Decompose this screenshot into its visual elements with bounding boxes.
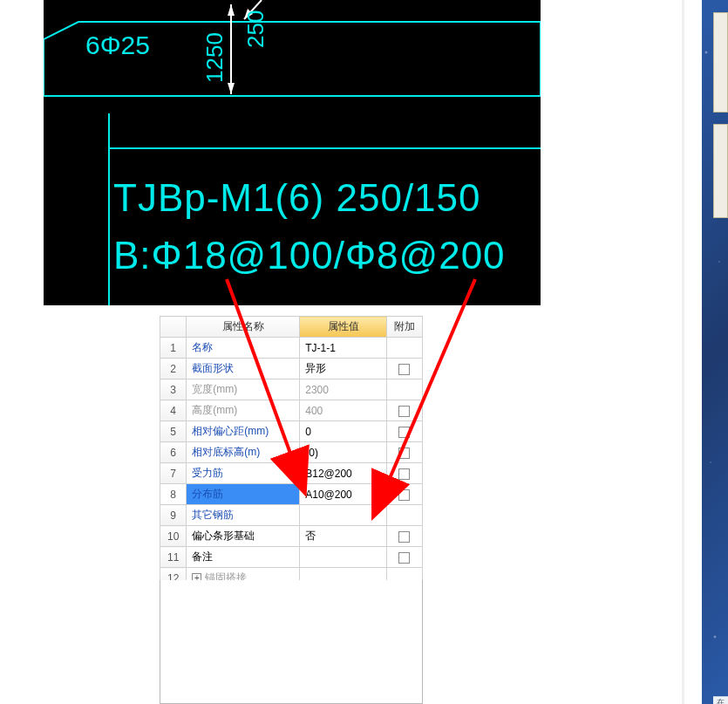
- property-value-cell[interactable]: [300, 547, 387, 568]
- row-number: 8: [160, 484, 187, 505]
- row-number: 11: [160, 547, 187, 568]
- cad-callout-line1: TJBp-M1(6) 250/150: [113, 176, 481, 219]
- table-row[interactable]: 6相对底标高(m) (0): [160, 442, 423, 463]
- property-add-cell[interactable]: [386, 526, 422, 547]
- property-value-cell[interactable]: A10@200: [300, 484, 387, 505]
- property-name-cell[interactable]: 受力筋: [187, 463, 300, 484]
- vertical-divider: [682, 0, 684, 704]
- sidebar-thumb-1[interactable]: [713, 12, 728, 113]
- row-number: 7: [160, 463, 187, 484]
- property-value-cell[interactable]: (0): [300, 442, 387, 463]
- property-name-cell[interactable]: 备注: [187, 547, 300, 568]
- sidebar-bottom-label: 在: [713, 696, 728, 704]
- checkbox[interactable]: [398, 406, 410, 417]
- row-number: 9: [160, 505, 187, 526]
- row-number: 10: [160, 526, 187, 547]
- property-table[interactable]: 属性名称 属性值 附加 1名称TJ-1-12截面形状异形3宽度(mm)23004…: [160, 316, 423, 589]
- property-value-cell[interactable]: [300, 505, 387, 526]
- table-row[interactable]: 8分布筋A10@200: [160, 484, 423, 505]
- property-name: 相对偏心距(mm): [192, 425, 269, 437]
- property-name: 宽度(mm): [192, 383, 237, 395]
- cad-svg: 6Φ25 1250 250 TJBp-M1(6) 250/150 B:Φ18@1…: [44, 0, 541, 305]
- property-add-cell[interactable]: [386, 400, 422, 421]
- property-name: 高度(mm): [192, 404, 237, 416]
- table-row[interactable]: 4高度(mm)400: [160, 400, 423, 421]
- property-name-cell[interactable]: 相对底标高(m): [187, 442, 300, 463]
- property-name: 截面形状: [192, 362, 234, 374]
- header-value: 属性值: [300, 317, 387, 338]
- property-name-cell[interactable]: 宽度(mm): [187, 379, 300, 400]
- cad-dim-1250: 1250: [201, 32, 228, 83]
- property-name-cell[interactable]: 偏心条形基础: [187, 526, 300, 547]
- property-add-cell[interactable]: [386, 442, 422, 463]
- row-number: 6: [160, 442, 187, 463]
- table-row[interactable]: 7受力筋B12@200: [160, 463, 423, 484]
- property-value-cell[interactable]: 400: [300, 400, 387, 421]
- table-row[interactable]: 5相对偏心距(mm)0: [160, 421, 423, 442]
- property-value-cell[interactable]: 2300: [300, 379, 387, 400]
- row-number: 3: [160, 379, 187, 400]
- table-row[interactable]: 2截面形状异形: [160, 359, 423, 379]
- row-number: 5: [160, 421, 187, 442]
- svg-marker-4: [228, 83, 235, 94]
- property-name-cell[interactable]: 相对偏心距(mm): [187, 421, 300, 442]
- property-value-cell[interactable]: TJ-1-1: [300, 338, 387, 359]
- property-name-cell[interactable]: 截面形状: [187, 359, 300, 379]
- property-value-cell[interactable]: 0: [300, 421, 387, 442]
- property-name: 偏心条形基础: [192, 530, 255, 542]
- property-name: 分布筋: [192, 488, 223, 500]
- checkbox[interactable]: [398, 448, 410, 459]
- property-name: 其它钢筋: [192, 509, 234, 521]
- cad-callout-line2: B:Φ18@100/Φ8@200: [113, 234, 506, 277]
- checkbox[interactable]: [398, 489, 410, 501]
- sidebar-thumb-2[interactable]: [713, 124, 728, 218]
- checkbox[interactable]: [398, 427, 410, 438]
- property-add-cell[interactable]: [386, 359, 422, 379]
- property-name-cell[interactable]: 分布筋: [187, 484, 300, 505]
- checkbox[interactable]: [398, 531, 410, 543]
- property-value-cell[interactable]: 异形: [300, 359, 387, 379]
- table-row[interactable]: 3宽度(mm)2300: [160, 379, 423, 400]
- property-add-cell[interactable]: [386, 484, 422, 505]
- property-add-cell[interactable]: [386, 379, 422, 400]
- header-name: 属性名称: [187, 317, 300, 338]
- property-name: 相对底标高(m): [192, 446, 260, 458]
- table-row[interactable]: 11备注: [160, 547, 423, 568]
- row-number: 2: [160, 359, 187, 379]
- checkbox[interactable]: [398, 552, 410, 564]
- checkbox[interactable]: [398, 468, 410, 480]
- cad-drawing: 6Φ25 1250 250 TJBp-M1(6) 250/150 B:Φ18@1…: [44, 0, 541, 305]
- svg-marker-3: [228, 4, 235, 16]
- table-row[interactable]: 9其它钢筋: [160, 505, 423, 526]
- cad-label-6phi25: 6Φ25: [85, 31, 150, 59]
- property-name-cell[interactable]: 名称: [187, 338, 300, 359]
- property-name: 受力筋: [192, 467, 223, 479]
- checkbox[interactable]: [398, 364, 410, 375]
- property-add-cell[interactable]: [386, 547, 422, 568]
- property-add-cell[interactable]: [386, 463, 422, 484]
- property-name: 备注: [192, 550, 213, 563]
- property-name: 名称: [192, 341, 213, 353]
- cad-dim-250: 250: [242, 10, 269, 48]
- header-add: 附加: [386, 317, 422, 338]
- table-empty-area: [160, 580, 423, 704]
- property-value-cell[interactable]: B12@200: [300, 463, 387, 484]
- property-value-cell[interactable]: 否: [300, 526, 387, 547]
- property-name-cell[interactable]: 高度(mm): [187, 400, 300, 421]
- table-header-row: 属性名称 属性值 附加: [160, 317, 423, 338]
- property-add-cell[interactable]: [386, 505, 422, 526]
- table-row[interactable]: 1名称TJ-1-1: [160, 338, 423, 359]
- property-name-cell[interactable]: 其它钢筋: [187, 505, 300, 526]
- row-number: 1: [160, 338, 187, 359]
- row-number: 4: [160, 400, 187, 421]
- main-content: 6Φ25 1250 250 TJBp-M1(6) 250/150 B:Φ18@1…: [0, 0, 684, 704]
- property-add-cell[interactable]: [386, 421, 422, 442]
- property-add-cell[interactable]: [386, 338, 422, 359]
- table-row[interactable]: 10偏心条形基础否: [160, 526, 423, 547]
